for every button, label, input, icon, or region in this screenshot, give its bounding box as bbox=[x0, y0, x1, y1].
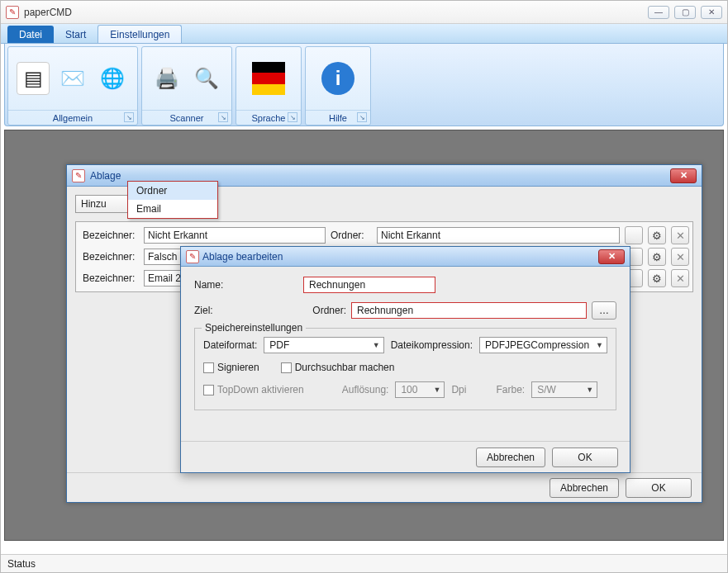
add-button[interactable]: Hinzu bbox=[75, 195, 130, 213]
ribbon: ▤ ✉️ 🌐 Allgemein ↘ 🖨️ 🔍 Scanner ↘ Sprach bbox=[4, 44, 724, 126]
flag-de-icon[interactable] bbox=[252, 62, 285, 95]
ribbon-group-scanner: 🖨️ 🔍 Scanner ↘ bbox=[141, 46, 232, 125]
dialog-icon: ✎ bbox=[186, 250, 199, 263]
row-folder[interactable]: Nicht Erkannt bbox=[377, 227, 620, 244]
scanner-icon[interactable]: 🖨️ bbox=[150, 62, 183, 95]
dialog-cancel-button[interactable]: Abbrechen bbox=[476, 448, 545, 467]
chevron-down-icon: ▼ bbox=[596, 341, 603, 349]
row-gear-button[interactable]: ⚙ bbox=[648, 226, 666, 244]
scanner2-icon[interactable]: 🔍 bbox=[190, 62, 223, 95]
table-row: Bezeichner: Nicht Erkannt Ordner: Nicht … bbox=[79, 225, 689, 245]
add-context-menu: Ordner Email bbox=[127, 181, 218, 219]
tab-start[interactable]: Start bbox=[54, 26, 98, 43]
dialog-close-button[interactable]: ✕ bbox=[598, 249, 625, 264]
compression-value: PDFJPEGCompression bbox=[485, 339, 589, 351]
color-label: Farbe: bbox=[496, 384, 525, 395]
launcher-icon[interactable]: ↘ bbox=[288, 112, 297, 122]
ablage-icon: ✎ bbox=[72, 169, 85, 182]
ziel-folder-value: Rechnungen bbox=[357, 305, 413, 316]
minimize-button[interactable]: — bbox=[648, 6, 669, 19]
col-label-bezeichner: Bezeichner: bbox=[79, 230, 139, 241]
row-gear-button[interactable]: ⚙ bbox=[648, 248, 666, 266]
ctx-item-ordner[interactable]: Ordner bbox=[128, 182, 217, 200]
sign-checkbox[interactable]: Signieren bbox=[203, 362, 259, 373]
searchable-checkbox[interactable]: Durchsuchbar machen bbox=[281, 362, 395, 373]
ablage-footer: Abbrechen OK bbox=[67, 472, 702, 502]
tab-datei[interactable]: Datei bbox=[7, 26, 54, 43]
window-titlebar: ✎ paperCMD — ▢ ✕ bbox=[1, 1, 727, 24]
tab-einstellungen[interactable]: Einstellungen bbox=[98, 25, 182, 43]
launcher-icon[interactable]: ↘ bbox=[357, 112, 367, 122]
browse-button[interactable]: … bbox=[592, 301, 616, 320]
searchable-label: Durchsuchbar machen bbox=[295, 362, 395, 373]
fileformat-label: Dateiformat: bbox=[203, 339, 257, 351]
chevron-down-icon: ▼ bbox=[373, 341, 380, 349]
ribbon-label-hilfe: Hilfe bbox=[329, 113, 347, 123]
app-icon: ✎ bbox=[6, 6, 19, 19]
row-name[interactable]: Nicht Erkannt bbox=[144, 227, 326, 244]
doc-icon[interactable]: ▤ bbox=[17, 62, 50, 95]
ribbon-label-sprache: Sprache bbox=[252, 113, 286, 123]
mail-icon[interactable]: ✉️ bbox=[56, 62, 89, 95]
window-title: paperCMD bbox=[24, 7, 648, 18]
add-button-label: Hinzu bbox=[81, 198, 107, 210]
ziel-label: Ziel: bbox=[194, 305, 239, 316]
chevron-down-icon: ▼ bbox=[434, 386, 441, 394]
edit-dialog: ✎ Ablage bearbeiten ✕ Name: Rechnungen Z… bbox=[180, 246, 630, 473]
ribbon-group-sprache: Sprache ↘ bbox=[236, 46, 302, 125]
resolution-combo: 100 ▼ bbox=[395, 381, 445, 398]
dialog-ok-button[interactable]: OK bbox=[552, 448, 618, 467]
row-gear-button[interactable]: ⚙ bbox=[648, 269, 666, 287]
resolution-label: Auflösung: bbox=[342, 384, 389, 395]
dialog-title: Ablage bearbeiten bbox=[202, 251, 598, 263]
topdown-checkbox[interactable]: TopDown aktivieren bbox=[203, 384, 304, 395]
row-delete-button[interactable]: ✕ bbox=[671, 226, 689, 244]
ribbon-label-scanner: Scanner bbox=[170, 113, 204, 123]
ribbon-label-allgemein: Allgemein bbox=[53, 113, 93, 123]
fileformat-combo[interactable]: PDF ▼ bbox=[264, 337, 383, 353]
topdown-label: TopDown aktivieren bbox=[217, 384, 304, 395]
ribbon-group-hilfe: i Hilfe ↘ bbox=[305, 46, 371, 125]
col-label-bezeichner: Bezeichner: bbox=[79, 272, 139, 284]
compression-label: Dateikompression: bbox=[391, 339, 473, 351]
storage-groupbox: Speichereinstellungen Dateiformat: PDF ▼… bbox=[194, 328, 616, 410]
workspace: ✎ Ablage ✕ Hinzu Ordner Email Bezeichner… bbox=[4, 130, 724, 541]
dialog-titlebar: ✎ Ablage bearbeiten ✕ bbox=[181, 247, 630, 267]
ctx-item-email[interactable]: Email bbox=[128, 200, 217, 218]
ablage-ok-button[interactable]: OK bbox=[626, 478, 692, 498]
ablage-title: Ablage bbox=[90, 170, 670, 182]
dialog-footer: Abbrechen OK bbox=[181, 441, 630, 472]
ablage-cancel-button[interactable]: Abbrechen bbox=[550, 478, 619, 498]
status-bar: Status bbox=[1, 554, 727, 572]
checkbox-icon bbox=[281, 362, 292, 373]
launcher-icon[interactable]: ↘ bbox=[218, 112, 228, 122]
color-value: S/W bbox=[537, 384, 556, 395]
row-delete-button[interactable]: ✕ bbox=[671, 248, 689, 266]
fileformat-value: PDF bbox=[269, 339, 289, 351]
status-text: Status bbox=[7, 558, 36, 570]
row-blank-button[interactable] bbox=[625, 226, 643, 244]
close-button[interactable]: ✕ bbox=[701, 6, 722, 19]
menu-tabs: Datei Start Einstellungen bbox=[1, 24, 727, 44]
launcher-icon[interactable]: ↘ bbox=[124, 112, 134, 122]
dialog-body: Name: Rechnungen Ziel: Ordner: Rechnunge… bbox=[181, 267, 630, 441]
chevron-down-icon: ▼ bbox=[586, 386, 593, 394]
compression-combo[interactable]: PDFJPEGCompression ▼ bbox=[479, 337, 607, 353]
ziel-folder-input[interactable]: Rechnungen bbox=[351, 302, 587, 319]
checkbox-icon bbox=[203, 385, 214, 395]
row-delete-button[interactable]: ✕ bbox=[671, 269, 689, 287]
name-label: Name: bbox=[194, 279, 239, 291]
color-combo: S/W ▼ bbox=[531, 381, 597, 398]
network-icon[interactable]: 🌐 bbox=[96, 62, 129, 95]
col-label-ordner: Ordner: bbox=[331, 230, 372, 241]
name-input[interactable]: Rechnungen bbox=[303, 277, 435, 293]
resolution-value: 100 bbox=[401, 384, 417, 395]
dpi-label: Dpi bbox=[451, 384, 466, 395]
checkbox-icon bbox=[203, 362, 214, 373]
ablage-close-button[interactable]: ✕ bbox=[670, 168, 697, 183]
col-label-bezeichner: Bezeichner: bbox=[79, 251, 139, 263]
maximize-button[interactable]: ▢ bbox=[674, 6, 696, 19]
name-value: Rechnungen bbox=[309, 279, 365, 291]
info-icon[interactable]: i bbox=[321, 62, 354, 95]
sign-label: Signieren bbox=[217, 362, 259, 373]
